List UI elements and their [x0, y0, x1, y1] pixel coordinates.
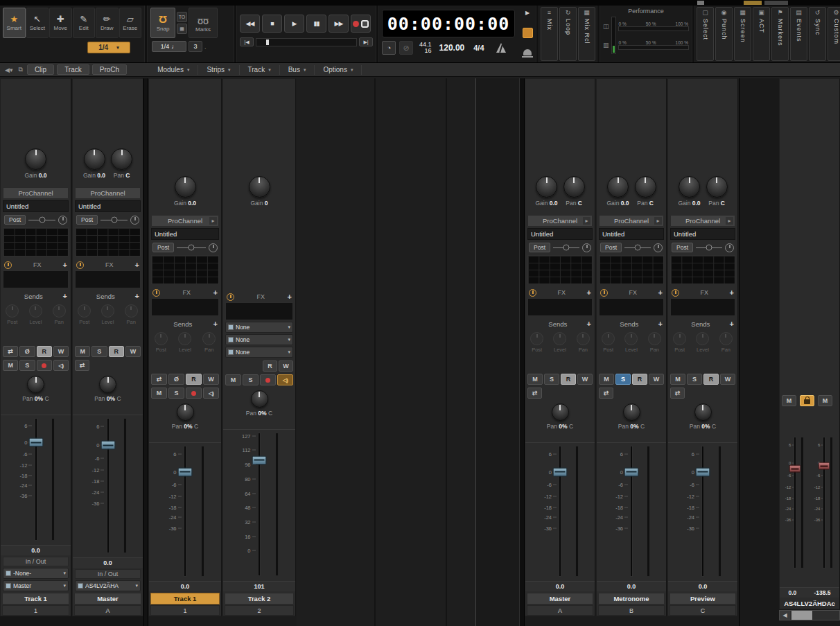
eq-thumbnail[interactable]: [599, 255, 664, 284]
input-echo-button[interactable]: ⇄: [151, 374, 167, 385]
tempo-display[interactable]: 120.00: [439, 43, 465, 53]
gain-knob[interactable]: [249, 176, 270, 198]
send-add-button[interactable]: +: [587, 320, 591, 328]
gain-knob[interactable]: [25, 148, 46, 170]
waveform-preview-button[interactable]: ⇄: [75, 360, 89, 371]
snap-to-button[interactable]: TO: [177, 12, 187, 22]
post-button[interactable]: Post: [672, 243, 693, 252]
post-send-knob[interactable]: [6, 304, 19, 318]
fader-track[interactable]: [630, 446, 633, 577]
tab-proch[interactable]: ProCh: [92, 64, 127, 75]
snap-marks-button[interactable]: ΩΩ Marks: [189, 8, 218, 38]
send-dropdown[interactable]: None▾: [225, 334, 293, 345]
menu-options[interactable]: Options▾: [315, 65, 362, 75]
fader-track[interactable]: [794, 437, 796, 568]
eq-thumbnail[interactable]: [151, 255, 219, 284]
post-button[interactable]: Post: [152, 243, 174, 252]
eq-thumbnail[interactable]: [75, 227, 141, 257]
pan-send-knob[interactable]: [577, 332, 590, 345]
input-monitor-button[interactable]: ◁): [277, 374, 293, 385]
solo-button[interactable]: S: [243, 374, 259, 385]
prochannel-expand-icon[interactable]: ▸: [209, 217, 217, 225]
strip-name[interactable]: Track 2: [225, 593, 294, 605]
pan-send-knob[interactable]: [648, 332, 661, 345]
send-add-button[interactable]: +: [730, 320, 734, 328]
prochannel-header[interactable]: ProChannel▸: [670, 215, 735, 227]
write-automation-button[interactable]: W: [577, 374, 593, 385]
time-signature-display[interactable]: 4/4: [473, 44, 484, 52]
play-mini-icon[interactable]: ▶: [525, 10, 530, 16]
channel-name-field[interactable]: Untitled: [151, 228, 219, 240]
markers-module-button[interactable]: ⚑Markers: [771, 7, 789, 61]
mix-rcl-module-button[interactable]: ▦Mix Rcl: [578, 7, 595, 61]
snap-offset-field[interactable]: 3: [189, 41, 202, 52]
mute-button[interactable]: M: [527, 374, 543, 385]
pan-send-knob[interactable]: [719, 332, 733, 345]
fx-rack[interactable]: [527, 298, 593, 316]
pan-knob[interactable]: [99, 376, 116, 393]
write-automation-button[interactable]: W: [53, 346, 69, 357]
lock-button[interactable]: [800, 395, 814, 406]
strip-name[interactable]: Track 1: [150, 593, 220, 605]
position-slider[interactable]: [256, 38, 357, 46]
send-dropdown[interactable]: None▾: [225, 347, 293, 358]
fader-handle[interactable]: [178, 467, 193, 476]
mute-button[interactable]: M: [151, 388, 167, 399]
mute-button[interactable]: M: [670, 374, 685, 385]
read-automation-button[interactable]: R: [632, 374, 647, 385]
select-module-button[interactable]: ▢Select: [697, 7, 714, 61]
mute-button[interactable]: M: [3, 360, 18, 371]
fx-add-button[interactable]: +: [730, 289, 734, 297]
send-dropdown[interactable]: None▾: [225, 322, 293, 333]
fast-forward-button[interactable]: ▶▶: [329, 15, 349, 33]
waveform-preview-button[interactable]: ⇄: [670, 388, 685, 399]
fx-rack[interactable]: [670, 298, 735, 316]
prochannel-header[interactable]: ProChannel▸: [151, 215, 219, 227]
prochannel-header[interactable]: ProChannel: [75, 187, 141, 199]
level-send-knob[interactable]: [29, 304, 42, 318]
pan-knob[interactable]: [706, 176, 728, 198]
channel-name-field[interactable]: Untitled: [75, 200, 141, 212]
post-send-knob[interactable]: [78, 304, 91, 318]
mute-button-2[interactable]: M: [818, 395, 832, 406]
solo-button[interactable]: S: [544, 374, 559, 385]
read-automation-button[interactable]: R: [561, 374, 576, 385]
prochannel-header[interactable]: ProChannel▸: [527, 215, 593, 227]
waveform-preview-button[interactable]: ⇄: [599, 388, 613, 399]
send-add-button[interactable]: +: [658, 320, 663, 328]
punch-module-button[interactable]: ◉Punch: [715, 7, 733, 61]
write-automation-button[interactable]: W: [125, 346, 141, 357]
pan-knob[interactable]: [623, 403, 640, 421]
pan-send-knob[interactable]: [202, 332, 216, 345]
prochannel-power-button[interactable]: [725, 243, 734, 252]
solo-button[interactable]: S: [615, 374, 631, 385]
fx-add-button[interactable]: +: [63, 261, 67, 269]
gain-knob[interactable]: [607, 176, 629, 198]
pane-divider[interactable]: [143, 78, 148, 626]
pan-knob[interactable]: [635, 176, 656, 198]
draw-resolution-dropdown[interactable]: 1/4 ▾: [87, 42, 130, 53]
eq-thumbnail[interactable]: [527, 255, 593, 284]
pan-knob[interactable]: [552, 403, 569, 421]
fader-handle[interactable]: [819, 462, 830, 470]
mute-button[interactable]: M: [225, 374, 241, 385]
level-send-knob[interactable]: [553, 332, 566, 345]
fader-track[interactable]: [559, 446, 561, 577]
post-button[interactable]: Post: [76, 215, 98, 225]
write-automation-button[interactable]: W: [279, 360, 293, 372]
menu-modules[interactable]: Modules▾: [149, 65, 198, 75]
pause-button[interactable]: ▮▮: [306, 15, 326, 33]
fader-track[interactable]: [184, 446, 186, 577]
tool-erase[interactable]: ▱Erase: [119, 8, 142, 38]
strip-name[interactable]: Master: [527, 593, 593, 605]
fader-handle[interactable]: [696, 467, 710, 476]
menu-track[interactable]: Track▾: [240, 65, 280, 75]
post-button[interactable]: Post: [4, 215, 26, 225]
level-send-knob[interactable]: [696, 332, 709, 345]
read-automation-button[interactable]: R: [263, 360, 277, 372]
fx-power-button[interactable]: [4, 261, 12, 269]
fx-rack[interactable]: [3, 270, 69, 288]
prochannel-expand-icon[interactable]: ▸: [726, 217, 733, 225]
fx-add-button[interactable]: +: [658, 289, 663, 297]
fader-track[interactable]: [258, 433, 261, 576]
